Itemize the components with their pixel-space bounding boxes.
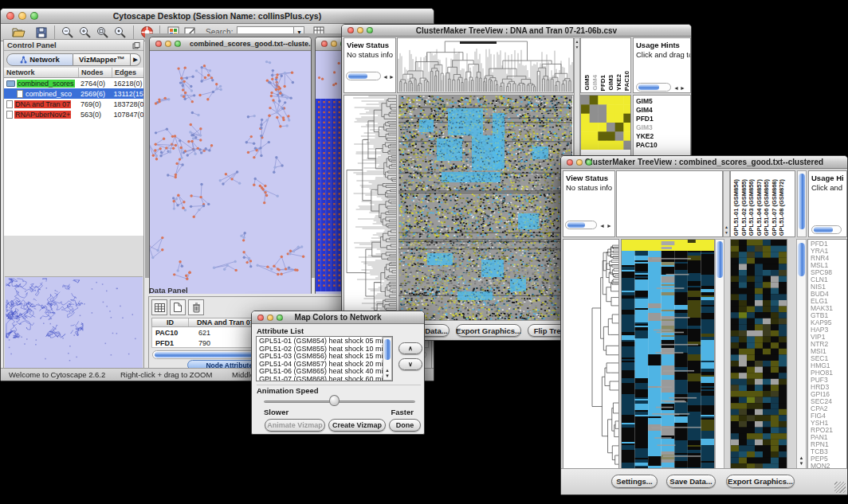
float-panel-icon[interactable] [132,38,140,53]
column-dendrogram-panel[interactable] [397,37,574,93]
attribute-vscrollbar[interactable]: ▲ ▼ [383,337,392,381]
settings-button[interactable]: Settings... [611,475,658,488]
scroll-right-arrow[interactable]: ► [389,74,395,80]
minimize-button[interactable] [267,315,273,321]
save-icon[interactable] [33,25,50,41]
zoom-in-icon[interactable] [77,25,94,41]
zoom-window-button[interactable] [367,27,373,33]
network-table-row[interactable]: DNA and Tran 07 769(0) 183728(0) [4,99,143,109]
usage-hints-hscrollbar[interactable] [636,83,671,92]
overview-canvas[interactable] [5,277,143,368]
row-dendrogram-canvas[interactable] [344,96,397,322]
scrollbar-thumb[interactable] [567,222,585,228]
animate-vizmap-button[interactable]: Animate Vizmap [265,419,325,432]
export-graphics-button[interactable]: Export Graphics... [456,324,521,337]
close-button[interactable] [347,27,354,33]
network-table-row[interactable]: combined_scores 2764(0) 16218(0) [4,78,143,88]
move-up-button[interactable]: ∧ [398,342,422,354]
scroll-right-arrow[interactable]: ► [680,85,685,91]
column-dendrogram-panel[interactable] [616,170,723,237]
gene-label[interactable]: PAC10 [636,141,690,150]
attribute-item[interactable]: GPL51-07 (GSM868) heat shock 60 min [259,376,392,382]
gene-label[interactable]: YKE2 [636,132,690,141]
zoom-heatmap-canvas[interactable] [731,240,787,469]
network-overview-panel[interactable] [5,276,143,368]
zoom-selected-icon[interactable] [112,25,129,41]
close-button[interactable] [6,12,14,20]
view-status-hscrollbar[interactable] [346,72,381,80]
zoom-window-button[interactable] [277,315,283,321]
scrollbar-thumb[interactable] [798,243,805,276]
gene-list-vscrollbar[interactable]: ▲ ▼ [796,239,807,469]
create-vizmap-button[interactable]: Create Vizmap [328,419,386,432]
gene-label[interactable]: PFD1 [636,115,690,123]
scrollbar-thumb[interactable] [814,227,833,232]
open-file-icon[interactable] [10,25,28,41]
array-labels-vscrollbar[interactable] [797,170,807,237]
row-dendrogram-panel[interactable] [344,95,397,322]
scroll-right-arrow[interactable]: ► [607,223,612,229]
treeview-combined-titlebar[interactable]: ClusterMaker TreeView : combined_scores_… [561,156,847,169]
zoom-window-button[interactable] [586,159,592,166]
scrollbar-thumb[interactable] [716,241,723,278]
scrollbar-thumb[interactable] [638,84,659,90]
close-button[interactable] [321,41,328,47]
zoom-fit-icon[interactable] [94,25,112,41]
scrollbar-thumb[interactable] [384,339,391,360]
scroll-down-arrow[interactable]: ▼ [799,461,804,467]
scroll-left-arrow[interactable]: ◄ [673,85,679,91]
gene-label[interactable]: GIM5 [636,97,690,106]
network2-canvas[interactable] [316,51,343,294]
vertical-scroll-strip[interactable]: ▲▼ [723,170,730,237]
network1-titlebar[interactable]: combined_scores_good.txt--cluste... [150,37,311,51]
tab-network[interactable]: Network [6,53,73,66]
table-icon[interactable] [151,299,167,315]
zoom-heatmap-canvas[interactable] [581,96,631,150]
network-table-row[interactable]: RNAPuberNov2+ 563(0) 107847(0) [4,109,143,119]
delete-attribute-trash-icon[interactable] [188,299,204,315]
heatmap-canvas[interactable] [398,96,572,322]
gene-label[interactable]: GIM4 [636,106,690,115]
speed-slider-track[interactable] [264,400,415,403]
resize-grip[interactable] [834,482,846,493]
view-status-hscrollbar[interactable] [565,221,597,229]
close-button[interactable] [155,41,162,47]
scroll-left-arrow[interactable]: ◄ [383,74,388,80]
gene-label[interactable]: GIM3 [636,123,690,132]
save-data-button[interactable]: Save Data... [666,475,716,488]
zoom-window-button[interactable] [175,41,181,47]
usage-hints-hscrollbar[interactable] [811,225,842,234]
heatmap-canvas[interactable] [622,240,714,469]
treeview-dna-titlebar[interactable]: ClusterMaker TreeView : DNA and Tran 07-… [342,25,691,37]
zoom-window-button[interactable] [30,12,38,20]
close-button[interactable] [567,159,573,166]
scroll-left-arrow[interactable]: ◄ [599,223,605,229]
main-titlebar[interactable]: Cytoscape Desktop (Session Name: collins… [1,9,434,24]
heatmap-panel[interactable] [398,95,574,322]
tab-overflow-arrow[interactable]: ▶ [131,53,141,66]
scrollbar-thumb[interactable] [799,174,805,229]
scroll-up-arrow[interactable]: ▲ [799,455,804,461]
row-dendrogram-canvas[interactable] [563,240,619,469]
heatmap-vscrollbar[interactable] [715,239,724,469]
scrollbar-thumb[interactable] [348,73,367,79]
close-button[interactable] [257,315,264,321]
heatmap-panel[interactable] [621,239,715,469]
done-button[interactable]: Done [389,419,421,432]
column-dendrogram-canvas[interactable] [398,38,573,92]
row-dendrogram-panel[interactable] [563,239,619,469]
new-attribute-icon[interactable] [170,299,186,315]
scroll-down-arrow[interactable]: ▼ [385,373,390,379]
zoom-heatmap-panel[interactable] [730,239,787,469]
export-graphics-button[interactable]: Export Graphics... [726,475,795,488]
speed-slider-thumb[interactable] [329,395,340,406]
move-down-button[interactable]: ∨ [398,358,422,370]
tab-vizmapper[interactable]: VizMapper™ [73,53,131,66]
data-col-id[interactable]: ID [152,318,189,326]
attribute-listbox[interactable]: GPL51-01 (GSM854) heat shock 05 minGPL51… [256,336,393,381]
minimize-button[interactable] [18,12,26,20]
zoom-out-icon[interactable] [59,25,77,41]
minimize-button[interactable] [357,27,363,33]
network-table-row[interactable]: combined_sco 2569(6) 13112(15) [4,88,143,99]
network-view-canvas[interactable] [150,51,311,294]
